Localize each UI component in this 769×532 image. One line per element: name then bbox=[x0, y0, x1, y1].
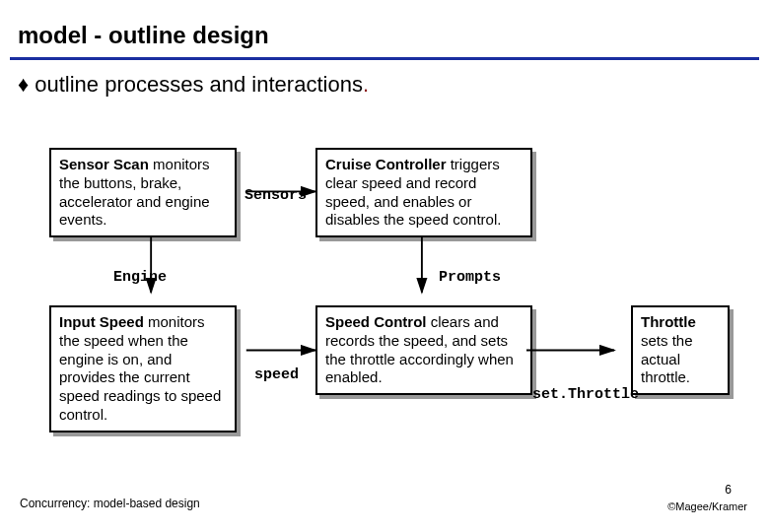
box-input-speed: Input Speed monitors the speed when the … bbox=[49, 305, 237, 432]
label-set-throttle: set.Throttle bbox=[532, 386, 639, 403]
box-speed-control: Speed Control clears and records the spe… bbox=[315, 305, 532, 395]
box-speed-control-title: Speed Control bbox=[325, 313, 427, 330]
box-throttle-title: Throttle bbox=[641, 313, 696, 330]
label-engine: Engine bbox=[113, 269, 167, 286]
footer-copyright: ©Magee/Kramer bbox=[667, 500, 747, 512]
slide-title: model - outline design bbox=[10, 10, 759, 57]
box-cruise-controller: Cruise Controller triggers clear speed a… bbox=[315, 148, 532, 237]
box-sensor-scan: Sensor Scan monitors the buttons, brake,… bbox=[49, 148, 237, 237]
body-bullet: ♦outline processes and interactions. bbox=[10, 60, 759, 105]
box-cruise-controller-title: Cruise Controller bbox=[325, 156, 447, 172]
box-throttle-body: sets the actual throttle. bbox=[641, 332, 693, 386]
label-speed: speed bbox=[254, 366, 299, 383]
diagram-canvas: Sensor Scan monitors the buttons, brake,… bbox=[10, 128, 759, 483]
bullet-period: . bbox=[363, 72, 369, 97]
bullet-diamond-icon: ♦ bbox=[18, 72, 29, 97]
label-prompts: Prompts bbox=[439, 269, 501, 286]
box-sensor-scan-title: Sensor Scan bbox=[59, 156, 149, 172]
page-number: 6 bbox=[725, 483, 732, 497]
footer-left: Concurrency: model-based design bbox=[20, 497, 200, 510]
box-input-speed-title: Input Speed bbox=[59, 313, 144, 330]
bullet-text: outline processes and interactions bbox=[35, 72, 363, 97]
label-sensors: Sensors bbox=[245, 187, 307, 204]
box-throttle: Throttle sets the actual throttle. bbox=[631, 305, 730, 395]
